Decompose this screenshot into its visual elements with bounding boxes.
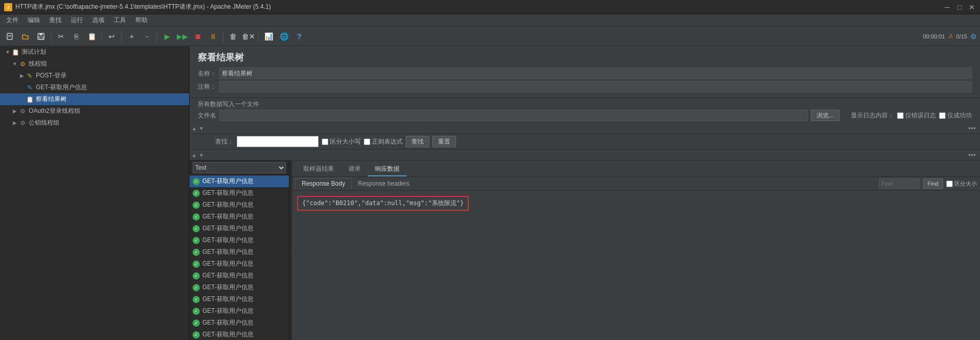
view-selector[interactable]: Text JSON XML HTML 正则表达式测试器: [193, 162, 286, 173]
regex-checkbox[interactable]: [364, 138, 370, 145]
result-success-icon-2: ✓: [193, 202, 200, 209]
comment-label: 注释：: [198, 83, 216, 91]
result-item-12[interactable]: ✓ GET-获取用户信息: [190, 317, 289, 329]
paste-button[interactable]: 📋: [85, 29, 99, 44]
search-label: 查找：: [215, 137, 234, 146]
menu-tools[interactable]: 工具: [110, 15, 130, 26]
case-checkbox[interactable]: [322, 138, 328, 145]
success-checkbox[interactable]: [939, 112, 946, 119]
app-icon: J: [4, 3, 12, 11]
browse-button[interactable]: 浏览...: [811, 110, 840, 121]
tree-arrow-oauth2: ▶: [11, 108, 18, 114]
regex-check-label[interactable]: 正则表达式: [364, 137, 403, 146]
stop-button[interactable]: ⏹: [191, 29, 205, 44]
filename-input[interactable]: [219, 110, 808, 121]
result-item-2[interactable]: ✓ GET-获取用户信息: [190, 199, 289, 211]
subtab-response-headers[interactable]: Response headers: [352, 178, 416, 189]
detail-find-button[interactable]: Find: [923, 178, 943, 189]
minimize-button[interactable]: ─: [943, 3, 951, 11]
result-item-6[interactable]: ✓ GET-获取用户信息: [190, 246, 289, 258]
menu-run[interactable]: 运行: [67, 15, 87, 26]
tab-sampler-result[interactable]: 取样器结果: [296, 163, 341, 176]
clear-button[interactable]: 🗑: [226, 29, 240, 44]
find-button[interactable]: 查找: [406, 136, 429, 147]
close-button[interactable]: ✕: [968, 3, 976, 11]
detail-case-checkbox[interactable]: [946, 181, 953, 187]
tree-item-post[interactable]: ▶ ✎ POST-登录: [0, 70, 189, 82]
result-item-5[interactable]: ✓ GET-获取用户信息: [190, 234, 289, 246]
tree-item-pubkey[interactable]: ▶ ⚙ 公钥线程组: [0, 117, 189, 129]
menu-bar: 文件 编辑 查找 运行 选项 工具 帮助: [0, 14, 980, 27]
result-item-1[interactable]: ✓ GET-获取用户信息: [190, 187, 289, 199]
result-item-3[interactable]: ✓ GET-获取用户信息: [190, 211, 289, 223]
menu-search[interactable]: 查找: [45, 15, 66, 26]
clear-all-button[interactable]: 🗑✕: [241, 29, 256, 44]
result-item-11[interactable]: ✓ GET-获取用户信息: [190, 305, 289, 317]
expand-button[interactable]: +: [124, 29, 139, 44]
expand-arrow-2[interactable]: ▲: [192, 152, 197, 158]
name-label: 名称：: [198, 69, 216, 78]
result-item-0[interactable]: ✓ GET-获取用户信息: [190, 175, 289, 187]
report-button[interactable]: 📊: [261, 29, 276, 44]
collapse-arrow-1[interactable]: ▼: [199, 126, 204, 131]
copy-button[interactable]: ⎘: [69, 29, 84, 44]
result-item-4[interactable]: ✓ GET-获取用户信息: [190, 223, 289, 234]
result-item-13[interactable]: ✓ GET-获取用户信息: [190, 329, 289, 340]
err-log-checkbox[interactable]: [897, 112, 904, 119]
result-item-9[interactable]: ✓ GET-获取用户信息: [190, 282, 289, 293]
tree-item-oauth2[interactable]: ▶ ⚙ OAuth2登录线程组: [0, 105, 189, 117]
cut-button[interactable]: ✂: [54, 29, 68, 44]
detail-case-check-label[interactable]: 区分大小: [946, 180, 977, 188]
detail-find-input[interactable]: [879, 178, 920, 189]
response-content: {"code":"B0210","data":null,"msg":"系统限流"…: [297, 196, 469, 211]
tab-response-data[interactable]: 响应数据: [368, 163, 407, 176]
sep1: [51, 31, 51, 42]
testplan-icon: 📋: [11, 48, 19, 56]
result-success-icon-10: ✓: [193, 296, 200, 303]
search-input[interactable]: [237, 136, 319, 147]
name-input[interactable]: [219, 68, 972, 79]
result-success-icon-7: ✓: [193, 261, 200, 268]
result-item-10[interactable]: ✓ GET-获取用户信息: [190, 293, 289, 305]
open-button[interactable]: [18, 29, 33, 44]
filename-label: 文件名: [198, 111, 216, 120]
tree-item-get[interactable]: ✎ GET-获取用户信息: [0, 82, 189, 93]
maximize-button[interactable]: □: [955, 3, 964, 11]
menu-edit[interactable]: 编辑: [24, 15, 44, 26]
tree-item-resulttree[interactable]: 📋 察看结果树: [0, 93, 189, 105]
run-button[interactable]: ▶: [160, 29, 174, 44]
case-check-label[interactable]: 区分大小写: [322, 137, 361, 146]
rp-title: 察看结果树: [198, 51, 972, 64]
dots-menu-2[interactable]: •••: [966, 151, 978, 159]
save-button[interactable]: [34, 29, 48, 44]
menu-file[interactable]: 文件: [2, 15, 23, 26]
reset-button[interactable]: 重置: [432, 136, 456, 147]
run-no-pause-button[interactable]: ▶▶: [175, 29, 190, 44]
tree-item-testplan[interactable]: ▼ 📋 测试计划: [0, 46, 189, 58]
expand-arrow-1[interactable]: ▲: [192, 126, 197, 131]
settings-icon[interactable]: ⚙: [970, 32, 977, 41]
new-button[interactable]: [3, 29, 17, 44]
collapse-button[interactable]: -: [140, 29, 154, 44]
tree-arrow-post: ▶: [18, 73, 26, 78]
undo-button[interactable]: ↩: [105, 29, 119, 44]
result-item-7[interactable]: ✓ GET-获取用户信息: [190, 258, 289, 270]
menu-help[interactable]: 帮助: [131, 15, 152, 26]
subtab-response-body[interactable]: Response Body: [295, 178, 352, 189]
comment-input[interactable]: [219, 81, 972, 92]
result-item-8[interactable]: ✓ GET-获取用户信息: [190, 270, 289, 282]
shutdown-button[interactable]: ⏸: [206, 29, 220, 44]
err-log-check-label[interactable]: 仅错误日志: [897, 111, 936, 120]
success-check-label[interactable]: 仅成功功: [939, 111, 972, 120]
tree-item-threadgroup[interactable]: ▼ ⚙ 线程组: [0, 58, 189, 70]
divider-row-2: ▲ ▼ •••: [190, 150, 980, 161]
menu-options[interactable]: 选项: [88, 15, 109, 26]
clock-area: 00:00:01 ⚠ 0/15 ⚙: [923, 32, 977, 41]
help-btn[interactable]: ?: [292, 29, 306, 44]
tab-request[interactable]: 请求: [341, 163, 368, 176]
remote-button[interactable]: 🌐: [277, 29, 291, 44]
result-success-icon-6: ✓: [193, 249, 200, 256]
dots-menu-1[interactable]: •••: [966, 124, 978, 132]
get-icon: ✎: [26, 84, 34, 92]
collapse-arrow-2[interactable]: ▼: [199, 152, 204, 158]
